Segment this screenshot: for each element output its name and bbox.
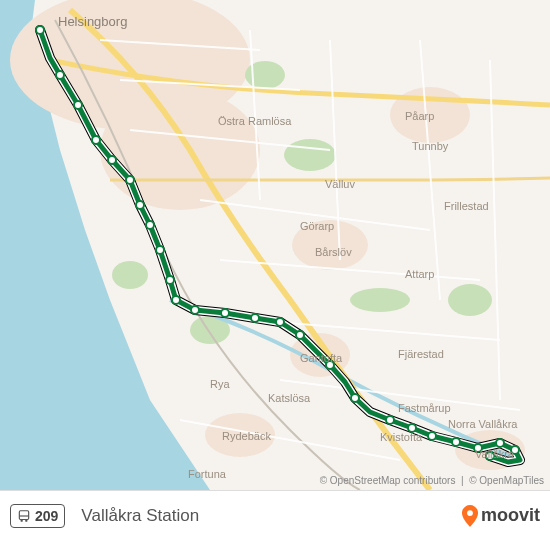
place-label: Rya <box>210 378 230 390</box>
place-label: Gantofta <box>300 352 342 364</box>
place-label: Görarp <box>300 220 334 232</box>
place-label: Helsingborg <box>58 14 127 29</box>
place-label: Välluv <box>325 178 355 190</box>
svg-point-15 <box>21 519 23 521</box>
map-area[interactable]: HelsingborgÖstra RamlösaPåarpTunnbyVällu… <box>0 0 550 490</box>
labels-layer: HelsingborgÖstra RamlösaPåarpTunnbyVällu… <box>0 0 550 490</box>
map-pin-icon <box>461 505 479 527</box>
svg-point-17 <box>467 510 473 516</box>
place-label: Påarp <box>405 110 434 122</box>
place-label: Fastmårup <box>398 402 451 414</box>
svg-point-16 <box>25 519 27 521</box>
place-label: Norra Vallåkra <box>448 418 518 430</box>
route-number: 209 <box>35 508 58 524</box>
svg-rect-13 <box>19 510 28 519</box>
footer-bar: 209 Vallåkra Station moovit <box>0 490 550 540</box>
place-label: Tunnby <box>412 140 448 152</box>
brand-name: moovit <box>481 505 540 526</box>
place-label: Bårslöv <box>315 246 352 258</box>
moovit-brand[interactable]: moovit <box>461 505 540 527</box>
route-badge[interactable]: 209 <box>10 504 65 528</box>
place-label: Rydebäck <box>222 430 271 442</box>
place-label: Frillestad <box>444 200 489 212</box>
place-label: Vallåkra <box>475 448 514 460</box>
bus-icon <box>17 509 31 523</box>
place-label: Kvistofta <box>380 431 422 443</box>
place-label: Katslösa <box>268 392 310 404</box>
route-destination: Vallåkra Station <box>81 506 461 526</box>
place-label: Fjärestad <box>398 348 444 360</box>
place-label: Östra Ramlösa <box>218 115 291 127</box>
place-label: Fortuna <box>188 468 226 480</box>
place-label: Attarp <box>405 268 434 280</box>
